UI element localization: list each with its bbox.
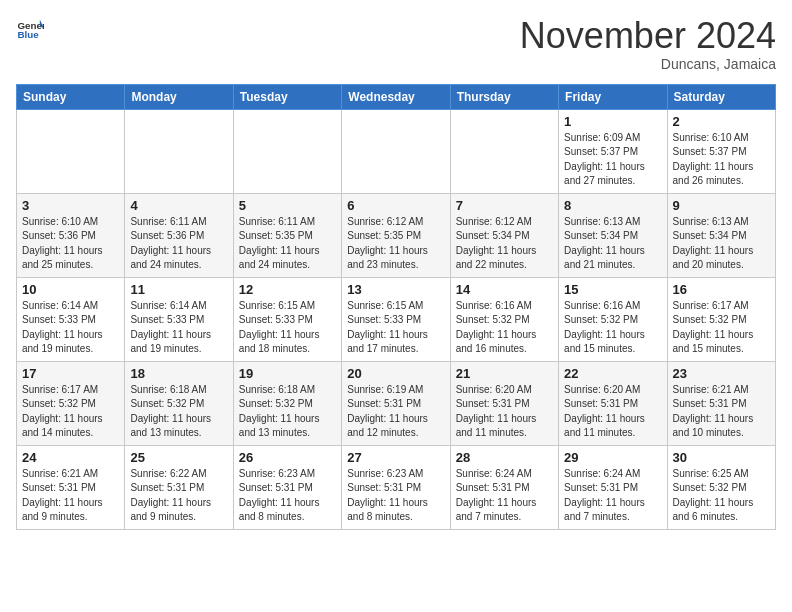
- calendar-cell: 17Sunrise: 6:17 AMSunset: 5:32 PMDayligh…: [17, 361, 125, 445]
- calendar-cell: [233, 109, 341, 193]
- logo-icon: General Blue: [16, 16, 44, 44]
- weekday-header-thursday: Thursday: [450, 84, 558, 109]
- weekday-header-tuesday: Tuesday: [233, 84, 341, 109]
- day-number: 30: [673, 450, 770, 465]
- day-info: Sunrise: 6:16 AMSunset: 5:32 PMDaylight:…: [564, 299, 661, 357]
- day-info: Sunrise: 6:14 AMSunset: 5:33 PMDaylight:…: [22, 299, 119, 357]
- day-info: Sunrise: 6:15 AMSunset: 5:33 PMDaylight:…: [239, 299, 336, 357]
- calendar-cell: 28Sunrise: 6:24 AMSunset: 5:31 PMDayligh…: [450, 445, 558, 529]
- weekday-header-monday: Monday: [125, 84, 233, 109]
- day-info: Sunrise: 6:17 AMSunset: 5:32 PMDaylight:…: [22, 383, 119, 441]
- day-number: 12: [239, 282, 336, 297]
- calendar-cell: 3Sunrise: 6:10 AMSunset: 5:36 PMDaylight…: [17, 193, 125, 277]
- calendar-cell: 14Sunrise: 6:16 AMSunset: 5:32 PMDayligh…: [450, 277, 558, 361]
- day-info: Sunrise: 6:24 AMSunset: 5:31 PMDaylight:…: [456, 467, 553, 525]
- day-info: Sunrise: 6:22 AMSunset: 5:31 PMDaylight:…: [130, 467, 227, 525]
- calendar-cell: 2Sunrise: 6:10 AMSunset: 5:37 PMDaylight…: [667, 109, 775, 193]
- day-info: Sunrise: 6:18 AMSunset: 5:32 PMDaylight:…: [130, 383, 227, 441]
- calendar-cell: 11Sunrise: 6:14 AMSunset: 5:33 PMDayligh…: [125, 277, 233, 361]
- day-info: Sunrise: 6:10 AMSunset: 5:37 PMDaylight:…: [673, 131, 770, 189]
- calendar-week-3: 10Sunrise: 6:14 AMSunset: 5:33 PMDayligh…: [17, 277, 776, 361]
- calendar-cell: 22Sunrise: 6:20 AMSunset: 5:31 PMDayligh…: [559, 361, 667, 445]
- calendar-cell: [450, 109, 558, 193]
- weekday-header-saturday: Saturday: [667, 84, 775, 109]
- calendar-week-5: 24Sunrise: 6:21 AMSunset: 5:31 PMDayligh…: [17, 445, 776, 529]
- day-number: 19: [239, 366, 336, 381]
- day-number: 25: [130, 450, 227, 465]
- calendar-body: 1Sunrise: 6:09 AMSunset: 5:37 PMDaylight…: [17, 109, 776, 529]
- day-info: Sunrise: 6:19 AMSunset: 5:31 PMDaylight:…: [347, 383, 444, 441]
- day-number: 2: [673, 114, 770, 129]
- day-number: 7: [456, 198, 553, 213]
- calendar-cell: 21Sunrise: 6:20 AMSunset: 5:31 PMDayligh…: [450, 361, 558, 445]
- day-number: 23: [673, 366, 770, 381]
- day-number: 9: [673, 198, 770, 213]
- weekday-header-friday: Friday: [559, 84, 667, 109]
- calendar-cell: 25Sunrise: 6:22 AMSunset: 5:31 PMDayligh…: [125, 445, 233, 529]
- day-number: 10: [22, 282, 119, 297]
- day-number: 6: [347, 198, 444, 213]
- calendar-cell: [342, 109, 450, 193]
- day-number: 21: [456, 366, 553, 381]
- calendar-cell: [125, 109, 233, 193]
- calendar-cell: 8Sunrise: 6:13 AMSunset: 5:34 PMDaylight…: [559, 193, 667, 277]
- day-number: 11: [130, 282, 227, 297]
- day-info: Sunrise: 6:21 AMSunset: 5:31 PMDaylight:…: [22, 467, 119, 525]
- day-number: 28: [456, 450, 553, 465]
- day-info: Sunrise: 6:21 AMSunset: 5:31 PMDaylight:…: [673, 383, 770, 441]
- day-info: Sunrise: 6:14 AMSunset: 5:33 PMDaylight:…: [130, 299, 227, 357]
- day-number: 20: [347, 366, 444, 381]
- day-number: 15: [564, 282, 661, 297]
- day-info: Sunrise: 6:12 AMSunset: 5:35 PMDaylight:…: [347, 215, 444, 273]
- page-header: General Blue November 2024 Duncans, Jama…: [16, 16, 776, 72]
- day-number: 1: [564, 114, 661, 129]
- weekday-header-row: SundayMondayTuesdayWednesdayThursdayFrid…: [17, 84, 776, 109]
- month-title: November 2024: [520, 16, 776, 56]
- day-info: Sunrise: 6:18 AMSunset: 5:32 PMDaylight:…: [239, 383, 336, 441]
- day-info: Sunrise: 6:24 AMSunset: 5:31 PMDaylight:…: [564, 467, 661, 525]
- calendar-cell: 1Sunrise: 6:09 AMSunset: 5:37 PMDaylight…: [559, 109, 667, 193]
- day-number: 29: [564, 450, 661, 465]
- calendar-cell: 10Sunrise: 6:14 AMSunset: 5:33 PMDayligh…: [17, 277, 125, 361]
- day-info: Sunrise: 6:16 AMSunset: 5:32 PMDaylight:…: [456, 299, 553, 357]
- calendar-cell: [17, 109, 125, 193]
- day-info: Sunrise: 6:13 AMSunset: 5:34 PMDaylight:…: [564, 215, 661, 273]
- day-info: Sunrise: 6:13 AMSunset: 5:34 PMDaylight:…: [673, 215, 770, 273]
- calendar-cell: 20Sunrise: 6:19 AMSunset: 5:31 PMDayligh…: [342, 361, 450, 445]
- day-info: Sunrise: 6:11 AMSunset: 5:36 PMDaylight:…: [130, 215, 227, 273]
- calendar-cell: 27Sunrise: 6:23 AMSunset: 5:31 PMDayligh…: [342, 445, 450, 529]
- calendar-cell: 24Sunrise: 6:21 AMSunset: 5:31 PMDayligh…: [17, 445, 125, 529]
- calendar-cell: 16Sunrise: 6:17 AMSunset: 5:32 PMDayligh…: [667, 277, 775, 361]
- day-number: 18: [130, 366, 227, 381]
- calendar-cell: 5Sunrise: 6:11 AMSunset: 5:35 PMDaylight…: [233, 193, 341, 277]
- weekday-header-wednesday: Wednesday: [342, 84, 450, 109]
- calendar-cell: 19Sunrise: 6:18 AMSunset: 5:32 PMDayligh…: [233, 361, 341, 445]
- calendar-cell: 12Sunrise: 6:15 AMSunset: 5:33 PMDayligh…: [233, 277, 341, 361]
- day-number: 3: [22, 198, 119, 213]
- calendar-cell: 4Sunrise: 6:11 AMSunset: 5:36 PMDaylight…: [125, 193, 233, 277]
- day-info: Sunrise: 6:17 AMSunset: 5:32 PMDaylight:…: [673, 299, 770, 357]
- calendar-cell: 30Sunrise: 6:25 AMSunset: 5:32 PMDayligh…: [667, 445, 775, 529]
- day-number: 26: [239, 450, 336, 465]
- svg-text:Blue: Blue: [17, 29, 39, 40]
- day-number: 17: [22, 366, 119, 381]
- day-number: 24: [22, 450, 119, 465]
- day-number: 8: [564, 198, 661, 213]
- calendar-cell: 23Sunrise: 6:21 AMSunset: 5:31 PMDayligh…: [667, 361, 775, 445]
- day-info: Sunrise: 6:20 AMSunset: 5:31 PMDaylight:…: [456, 383, 553, 441]
- day-info: Sunrise: 6:12 AMSunset: 5:34 PMDaylight:…: [456, 215, 553, 273]
- calendar-week-2: 3Sunrise: 6:10 AMSunset: 5:36 PMDaylight…: [17, 193, 776, 277]
- day-number: 4: [130, 198, 227, 213]
- calendar-header: SundayMondayTuesdayWednesdayThursdayFrid…: [17, 84, 776, 109]
- day-info: Sunrise: 6:15 AMSunset: 5:33 PMDaylight:…: [347, 299, 444, 357]
- day-info: Sunrise: 6:20 AMSunset: 5:31 PMDaylight:…: [564, 383, 661, 441]
- day-number: 16: [673, 282, 770, 297]
- day-info: Sunrise: 6:09 AMSunset: 5:37 PMDaylight:…: [564, 131, 661, 189]
- day-info: Sunrise: 6:23 AMSunset: 5:31 PMDaylight:…: [347, 467, 444, 525]
- calendar-cell: 7Sunrise: 6:12 AMSunset: 5:34 PMDaylight…: [450, 193, 558, 277]
- calendar-cell: 6Sunrise: 6:12 AMSunset: 5:35 PMDaylight…: [342, 193, 450, 277]
- day-info: Sunrise: 6:23 AMSunset: 5:31 PMDaylight:…: [239, 467, 336, 525]
- calendar-cell: 18Sunrise: 6:18 AMSunset: 5:32 PMDayligh…: [125, 361, 233, 445]
- calendar-table: SundayMondayTuesdayWednesdayThursdayFrid…: [16, 84, 776, 530]
- weekday-header-sunday: Sunday: [17, 84, 125, 109]
